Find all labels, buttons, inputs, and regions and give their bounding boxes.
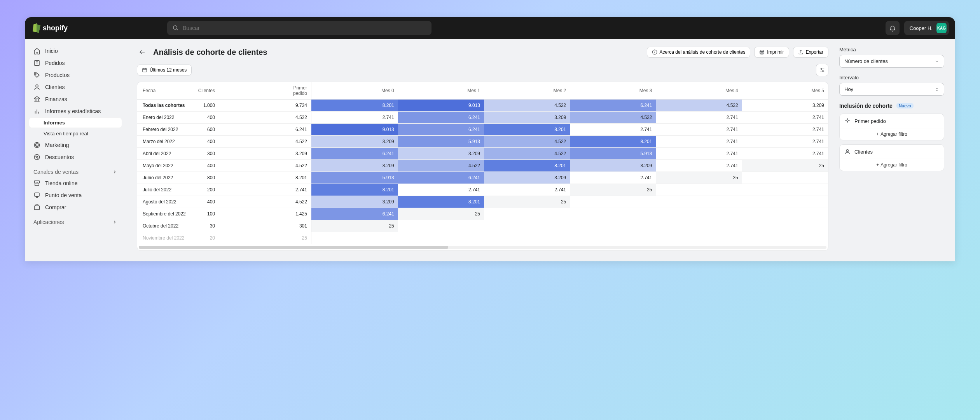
cohort-cell: 2.741 [398,184,484,196]
sales-channels-header[interactable]: Canales de ventas [29,163,122,177]
topbar-right: Cooper H. KAG [886,21,949,35]
search-input[interactable] [183,25,426,31]
sidebar-item-finanzas[interactable]: Finanzas [29,93,122,105]
arrow-left-icon [139,49,146,56]
metric-select[interactable]: Número de clientes [839,55,944,68]
cohort-cell: 25 [398,208,484,220]
row-clients: 300 [192,148,219,160]
svg-point-37 [821,68,822,70]
row-clients: 1.000 [192,100,219,112]
cohort-cell: 2.741 [742,136,828,148]
brand-text: shopify [43,24,68,32]
svg-point-0 [173,26,177,29]
sidebar-item-productos[interactable]: Productos [29,69,122,81]
row-clients: 600 [192,124,219,136]
sidebar-item-vista en tiempo real[interactable]: Vista en tiempo real [29,128,122,139]
user-menu[interactable]: Cooper H. KAG [904,21,949,35]
export-button[interactable]: Exportar [793,47,828,58]
cohort-cell [484,208,570,220]
right-panel: Métrica Número de clientes Intervalo Hoy… [839,47,944,254]
table-row[interactable]: Octubre del 2022 30 30125 [137,220,828,232]
date-range-button[interactable]: Últimos 12 meses [137,65,192,75]
table-row[interactable]: Febrero del 2022 600 6.2419.0136.2418.20… [137,124,828,136]
sidebar-item-descuentos[interactable]: Descuentos [29,151,122,163]
cohort-cell [570,232,656,244]
sidebar-item-marketing[interactable]: Marketing [29,139,122,151]
cohort-cell [484,232,570,244]
table-row[interactable]: Todas las cohortes 1.000 9.7248.2019.013… [137,100,828,112]
calendar-icon [142,67,147,73]
svg-line-1 [176,29,178,30]
row-first-order: 4.522 [219,160,311,172]
svg-point-20 [38,158,38,159]
apps-header[interactable]: Aplicaciones [29,214,122,228]
export-icon [798,49,804,55]
table-row[interactable]: Julio del 2022 200 2.7418.2012.7412.7412… [137,184,828,196]
customize-button[interactable] [816,64,828,76]
table-row[interactable]: Abril del 2022 300 3.2096.2413.2094.5225… [137,148,828,160]
row-clients: 30 [192,220,219,232]
cohort-cell [570,196,656,208]
sidebar-item-punto de venta[interactable]: Punto de venta [29,189,122,201]
page-title: Análisis de cohorte de clientes [153,48,267,57]
metric-label: Métrica [839,47,944,52]
bell-icon [889,24,896,32]
row-first-order: 9.724 [219,100,311,112]
cohort-cell [656,184,742,196]
chevron-down-icon [935,59,939,64]
column-header: Primerpedido [219,82,311,100]
cohort-cell: 3.209 [311,136,398,148]
search-bar[interactable] [167,21,431,35]
cohort-cell: 8.201 [311,100,398,112]
table-row[interactable]: Noviembre del 2022 20 25 [137,232,828,244]
table-row[interactable]: Junio del 2022 800 8.2015.9136.2413.2092… [137,172,828,184]
row-label: Marzo del 2022 [137,136,192,148]
row-label: Junio del 2022 [137,172,192,184]
cohort-cell: 2.741 [570,172,656,184]
cohort-cell: 6.241 [570,100,656,112]
sidebar-item-tienda online[interactable]: Tienda online [29,177,122,189]
cohort-cell: 5.913 [311,172,398,184]
table-row[interactable]: Septiembre del 2022 100 1.4256.24125 [137,208,828,220]
pos-icon [33,192,40,199]
interval-select[interactable]: Hoy [839,83,944,96]
column-header: Mes 0 [311,82,398,100]
table-row[interactable]: Marzo del 2022 400 4.5223.2095.9134.5228… [137,136,828,148]
main: Análisis de cohorte de clientes Acerca d… [126,39,955,261]
table-row[interactable]: Mayo del 2022 400 4.5223.2094.5228.2013.… [137,160,828,172]
print-button[interactable]: Imprimir [754,47,789,58]
row-clients: 20 [192,232,219,244]
sidebar-item-label: Punto de venta [45,192,82,198]
about-button[interactable]: Acerca del análisis de cohorte de client… [647,47,751,58]
orders-icon [33,60,40,66]
notifications-button[interactable] [886,21,900,35]
sidebar-item-label: Descuentos [45,154,74,160]
back-button[interactable] [137,47,148,58]
table-row[interactable]: Enero del 2022 400 4.5222.7416.2413.2094… [137,112,828,124]
add-filter-first-order[interactable]: +Agregar filtro [840,128,944,140]
cohort-cell [311,232,398,244]
cohort-cell: 8.201 [398,196,484,208]
cohort-cell: 25 [311,220,398,232]
sidebar-item-informes[interactable]: Informes [29,117,122,128]
row-first-order: 1.425 [219,208,311,220]
cohort-cell: 2.741 [742,112,828,124]
row-label: Noviembre del 2022 [137,232,192,244]
sidebar-item-inicio[interactable]: Inicio [29,45,122,57]
sidebar-item-clientes[interactable]: Clientes [29,81,122,93]
add-filter-customers[interactable]: +Agregar filtro [840,159,944,171]
row-clients: 400 [192,160,219,172]
user-name: Cooper H. [910,25,933,31]
cohort-cell: 25 [742,160,828,172]
sidebar-item-comprar[interactable]: Comprar [29,201,122,213]
sidebar-item-informes y estadísticas[interactable]: Informes y estadísticas [29,105,122,117]
sidebar-item-label: Inicio [45,48,58,54]
brand-logo[interactable]: shopify [31,23,68,33]
horizontal-scrollbar[interactable] [139,246,826,249]
cohort-table: FechaClientesPrimerpedidoMes 0Mes 1Mes 2… [137,82,828,251]
row-label: Abril del 2022 [137,148,192,160]
table-row[interactable]: Agosto del 2022 400 4.5223.2098.20125 [137,196,828,208]
column-header: Mes 3 [570,82,656,100]
sidebar-item-pedidos[interactable]: Pedidos [29,57,122,69]
analytics-icon [33,108,40,115]
